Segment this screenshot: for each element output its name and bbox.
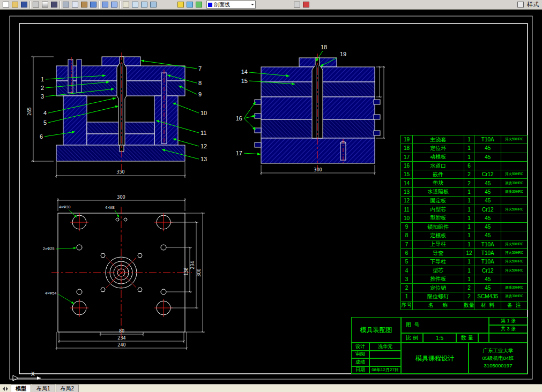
part-seq: 19 <box>401 135 413 144</box>
part-qty: 1 <box>464 275 475 283</box>
zoom-realtime-icon[interactable] <box>130 1 139 9</box>
callout-6: 6 <box>40 133 43 140</box>
school-name: 广东工业大学 <box>483 347 514 355</box>
dim-300-plan: 300 <box>117 195 125 200</box>
parts-list-row: 5 下导柱 1 T10A 淬火50HRC <box>400 258 528 266</box>
part-material: T10A <box>474 249 501 257</box>
class-name: 05级机电04班 <box>482 355 514 362</box>
redo-icon[interactable] <box>109 1 118 9</box>
parts-list-row: 13 水道隔板 1 45 调质30HRC <box>400 188 528 197</box>
parts-list-header: 序号 名 称 数量 材 料 备 注 <box>400 301 528 310</box>
find-icon[interactable] <box>49 1 58 9</box>
open-file-icon[interactable] <box>10 1 19 9</box>
part-name: 主浇套 <box>413 135 464 144</box>
part-material <box>474 162 501 170</box>
drawing-canvas[interactable]: 1 2 3 4 5 6 7 8 9 10 11 12 13 350 265 <box>0 10 542 385</box>
part-qty: 2 <box>464 179 475 187</box>
part-name: 推件板 <box>413 275 464 283</box>
callout-4: 4 <box>43 110 47 116</box>
part-name: 限位螺钉 <box>413 292 464 300</box>
part-qty: 1 <box>464 266 475 274</box>
print-icon[interactable] <box>31 1 40 9</box>
pan-icon[interactable] <box>121 1 130 9</box>
parts-list-row: 7 上导柱 1 T10A 淬火50HRC <box>400 240 528 249</box>
callout-3: 3 <box>41 93 44 100</box>
dim-80: 80 <box>119 329 124 334</box>
top-toolbar: 剖面线 样式 <box>0 0 542 10</box>
part-name: 水道隔板 <box>413 188 464 196</box>
zoom-previous-icon[interactable] <box>149 1 158 9</box>
part-name: 下导柱 <box>413 258 464 266</box>
student-id: 3105000197 <box>484 362 513 370</box>
part-seq: 12 <box>401 197 413 205</box>
copy-icon[interactable] <box>70 1 79 9</box>
date-label: 日期 <box>351 366 369 374</box>
tab-scroll-right-icon[interactable] <box>5 385 11 392</box>
date-value: 08年12月27日 <box>369 366 401 374</box>
text-style-icon[interactable] <box>516 1 525 9</box>
layer-freeze-icon[interactable] <box>185 1 194 9</box>
parts-list-row: 2 定位销 2 45 调质30HRC <box>400 284 528 292</box>
part-note: 淬火50HRC <box>501 249 528 257</box>
print-preview-icon[interactable] <box>40 1 49 9</box>
dim-240: 240 <box>117 343 125 348</box>
part-material: T10A <box>474 135 501 144</box>
dim-2xd25: 2×Φ25 <box>43 247 54 251</box>
part-seq: 10 <box>401 214 413 222</box>
part-seq: 5 <box>401 258 413 266</box>
drawing-no-label: 图 号 <box>401 317 489 333</box>
part-material: 45 <box>474 284 501 292</box>
callout-17: 17 <box>236 150 242 156</box>
color-icon[interactable] <box>301 1 310 9</box>
toolbar-separator <box>60 1 60 9</box>
part-seq: 14 <box>401 179 413 187</box>
new-file-icon[interactable] <box>1 1 10 9</box>
part-qty: 1 <box>464 258 475 266</box>
course-title: 模具课程设计 <box>401 343 469 374</box>
part-material: 45 <box>474 144 501 152</box>
part-name: 定模板 <box>413 231 464 239</box>
match-properties-icon[interactable] <box>88 1 98 9</box>
part-note: 淬火50HRC <box>501 135 528 144</box>
cut-icon[interactable] <box>61 1 70 9</box>
header-note: 备 注 <box>501 301 528 310</box>
layer-on-icon[interactable] <box>176 1 185 9</box>
linetype-icon[interactable] <box>292 1 301 9</box>
dim-300-side: 300 <box>314 168 322 172</box>
save-icon[interactable] <box>19 1 28 9</box>
empty-cell <box>489 333 528 343</box>
toolbar-separator <box>120 1 120 9</box>
layout-tab-bar: 模型 布局1 布局2 <box>0 384 542 392</box>
undo-icon[interactable] <box>100 1 109 9</box>
part-name: 型芯 <box>413 266 464 274</box>
part-qty: 1 <box>464 197 475 205</box>
parts-list-row: 12 固定板 1 45 <box>400 197 528 205</box>
grade-label: 成绩 <box>351 358 369 366</box>
make-layer-icon[interactable] <box>194 1 203 9</box>
tab-model[interactable]: 模型 <box>11 385 31 392</box>
tab-scroll-left-icon[interactable] <box>0 385 5 392</box>
callout-15: 15 <box>241 78 248 84</box>
paste-icon[interactable] <box>79 1 88 9</box>
dim-138: 138 <box>184 267 189 275</box>
part-name: 垫块 <box>413 179 464 187</box>
zoom-window-icon[interactable] <box>139 1 149 9</box>
style-group: 样式 <box>516 1 541 9</box>
designer-value: 冼华元 <box>369 343 401 351</box>
part-qty: 12 <box>464 249 475 257</box>
reviewer-label: 审阅 <box>351 351 369 359</box>
part-seq: 11 <box>401 205 413 213</box>
part-name: 定位环 <box>413 144 464 152</box>
parts-list-rows: 19 主浇套 1 T10A 淬火50HRC 18 定位环 1 45 17 动模 <box>400 135 528 301</box>
tab-layout2[interactable]: 布局2 <box>56 385 79 392</box>
part-name: 锁扣组件 <box>413 223 464 231</box>
qty-value <box>478 333 489 343</box>
part-note <box>501 214 528 222</box>
part-material: 45 <box>474 275 501 283</box>
scale-value: 1:5 <box>423 333 456 343</box>
part-note <box>501 153 528 161</box>
tab-layout1[interactable]: 布局1 <box>32 385 55 392</box>
layer-combo[interactable]: 剖面线 <box>206 1 256 9</box>
parts-list-row: 8 定模板 1 45 <box>400 231 528 240</box>
callout-11: 11 <box>201 130 206 136</box>
